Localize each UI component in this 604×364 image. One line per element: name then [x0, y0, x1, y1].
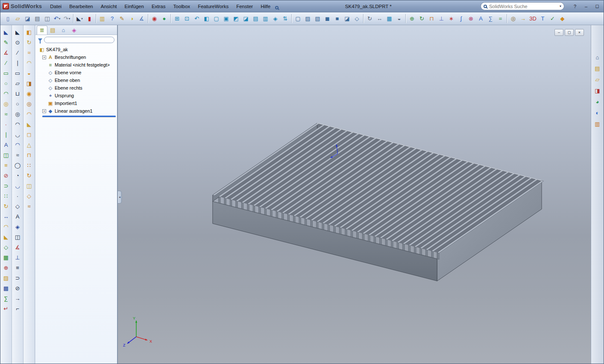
offset2-icon[interactable]: ≡ — [12, 262, 23, 273]
select2-icon[interactable]: ◣ — [12, 27, 23, 37]
view-orientation-icon[interactable]: ▦ — [384, 13, 394, 24]
mate-icon[interactable]: ⊓ — [427, 13, 437, 24]
interference-detection-icon[interactable]: ⊗ — [466, 13, 476, 24]
ellipse-tool-icon[interactable]: ◎ — [1, 99, 11, 109]
print-icon[interactable]: ▤ — [32, 13, 42, 24]
minimize-button[interactable]: – — [581, 3, 591, 10]
undo-icon[interactable]: ↶▾ — [52, 13, 62, 24]
shaded-icon[interactable]: ■ — [332, 13, 342, 24]
appearances-scenes-icon[interactable]: ◕ — [592, 97, 603, 107]
menu-item-hilfe[interactable]: Hilfe — [257, 2, 274, 11]
trim2-icon[interactable]: ⊘ — [12, 283, 23, 293]
lighting-icon[interactable]: ◑ — [127, 13, 137, 24]
tree-item-ebene-vorne[interactable]: ◇Ebene vorne — [42, 69, 117, 76]
3d-content-central-icon[interactable]: 3D — [528, 13, 538, 24]
save-icon[interactable]: ◪ — [23, 13, 32, 24]
boundary-icon[interactable]: ◒ — [24, 68, 34, 78]
isometric-view-icon[interactable]: ◈ — [270, 13, 280, 24]
grid-snap-icon[interactable]: ▦ — [1, 252, 11, 262]
centerline-tool-icon[interactable]: ∣ — [1, 129, 11, 140]
featureworks-icon[interactable]: ◆ — [557, 13, 567, 24]
convert-entities-icon[interactable]: ⊃ — [1, 181, 11, 191]
maximize-button[interactable]: ◻ — [592, 3, 602, 10]
polygon-icon[interactable]: ◇ — [12, 201, 23, 211]
wireframe-icon[interactable]: ▢ — [293, 13, 303, 24]
scene-icon[interactable]: ● — [159, 13, 169, 24]
tree-root-item[interactable]: ◧SK479_ak — [37, 46, 117, 53]
search-box[interactable]: ▾ — [481, 2, 564, 10]
tree-item-importiert1[interactable]: ▣Importiert1 — [42, 99, 117, 107]
convert2-icon[interactable]: ⊃ — [12, 273, 23, 283]
circular-pattern-icon[interactable]: ↻ — [24, 170, 34, 181]
fillet-sketch-icon[interactable]: ◠ — [1, 221, 11, 232]
perimeter-circle-icon[interactable]: ◎ — [12, 109, 23, 119]
trim-entities-icon[interactable]: ⊘ — [1, 170, 11, 181]
propertymanager-tab-icon[interactable]: ▤ — [47, 26, 58, 35]
cut-extrude-icon[interactable]: ◨ — [24, 78, 34, 88]
document-recovery-icon[interactable]: ▥ — [592, 119, 603, 129]
text-tool-icon[interactable]: A — [1, 140, 11, 150]
rollback-bar[interactable] — [42, 116, 116, 117]
centerpoint-arc-icon[interactable]: ◠ — [12, 119, 23, 129]
search-input[interactable] — [489, 4, 557, 9]
comment-icon[interactable]: ▥ — [97, 13, 107, 24]
sketch-text-icon[interactable]: A — [12, 211, 23, 221]
view-settings-icon[interactable]: ◒ — [394, 13, 404, 24]
dropdown-arrow-icon[interactable]: ▾ — [69, 17, 70, 20]
doc-minimize-button[interactable]: – — [554, 29, 563, 36]
file-explorer-icon[interactable]: ▱ — [592, 75, 603, 84]
pan-icon[interactable]: ↔ — [375, 13, 384, 24]
sweep-icon[interactable]: ≈ — [24, 47, 34, 58]
select-tool-icon[interactable]: ◣ — [1, 27, 11, 37]
top-view-icon[interactable]: ▤ — [251, 13, 261, 24]
zoom-area-icon[interactable]: ⊡ — [182, 13, 192, 24]
shell-icon[interactable]: ◻ — [24, 129, 34, 140]
help-button[interactable]: ? — [570, 3, 580, 10]
add-relation-icon[interactable]: ⊥ — [12, 252, 23, 262]
hole-wizard-icon[interactable]: ◎ — [24, 99, 34, 109]
slot-icon[interactable]: ⊔ — [12, 88, 23, 99]
home-icon[interactable]: ⌂ — [592, 52, 603, 62]
extrude-boss-icon[interactable]: ◧ — [24, 27, 34, 37]
appearances-icon[interactable]: ◉ — [150, 13, 159, 24]
spline2-icon[interactable]: ≈ — [12, 150, 23, 160]
extend-entities-icon[interactable]: → — [12, 293, 23, 303]
search-pin-icon[interactable] — [275, 3, 281, 9]
smart-dimension-icon[interactable]: ∡ — [1, 47, 11, 58]
parallelogram-icon[interactable]: ▱ — [12, 78, 23, 88]
linear-sketch-pattern-icon[interactable]: ∷ — [1, 191, 11, 201]
equation-icon[interactable]: ∑ — [1, 293, 11, 303]
redo-icon[interactable]: ↷▾ — [62, 13, 72, 24]
explode-line-sketch-icon[interactable]: ∫ — [456, 13, 466, 24]
design-library-icon[interactable]: ▤ — [592, 64, 603, 73]
open-document-icon[interactable]: ▱ — [13, 13, 23, 24]
shadows-icon[interactable]: ◪ — [342, 13, 352, 24]
menu-item-featureworks[interactable]: FeatureWorks — [194, 2, 232, 11]
circular-sketch-pattern-icon[interactable]: ↻ — [1, 201, 11, 211]
reference-plane-icon[interactable]: ◇ — [24, 191, 34, 201]
dropdown-arrow-icon[interactable]: ▾ — [81, 17, 83, 20]
doc-close-button[interactable]: × — [575, 29, 584, 36]
expander-icon[interactable]: + — [42, 109, 46, 113]
panel-splitter[interactable]: ◂ — [118, 191, 122, 204]
point-tool-icon[interactable]: · — [1, 119, 11, 129]
revolve-boss-icon[interactable]: ↻ — [24, 37, 34, 47]
quick-snaps-icon[interactable]: ⊕ — [1, 262, 11, 273]
shaded-with-edges-icon[interactable]: ◼ — [323, 13, 332, 24]
tangent-arc-icon[interactable]: ◡ — [12, 129, 23, 140]
measure-icon[interactable]: ∡ — [137, 13, 147, 24]
smart-fasteners-icon[interactable]: ⊥ — [437, 13, 446, 24]
exit-sketch-icon[interactable]: ↵ — [1, 303, 11, 314]
heatsink-solid[interactable] — [213, 123, 544, 281]
centerline2-icon[interactable]: ∣ — [12, 58, 23, 68]
mirror-entities-icon[interactable]: ◫ — [1, 150, 11, 160]
zoom-tool-icon[interactable]: ⊙ — [12, 37, 23, 47]
draft-icon[interactable]: △ — [24, 140, 34, 150]
partial-ellipse-icon[interactable]: ◔ — [12, 170, 23, 181]
menu-item-bearbeiten[interactable]: Bearbeiten — [65, 2, 97, 11]
circle2-icon[interactable]: ○ — [12, 99, 23, 109]
tree-item-linear-austragen1[interactable]: +◆Linear austragen1 — [42, 107, 117, 115]
jog-line-icon[interactable]: ⌐ — [12, 303, 23, 314]
edit-sketch-icon[interactable]: ✎ — [117, 13, 127, 24]
tree-filter-input[interactable] — [44, 37, 114, 43]
